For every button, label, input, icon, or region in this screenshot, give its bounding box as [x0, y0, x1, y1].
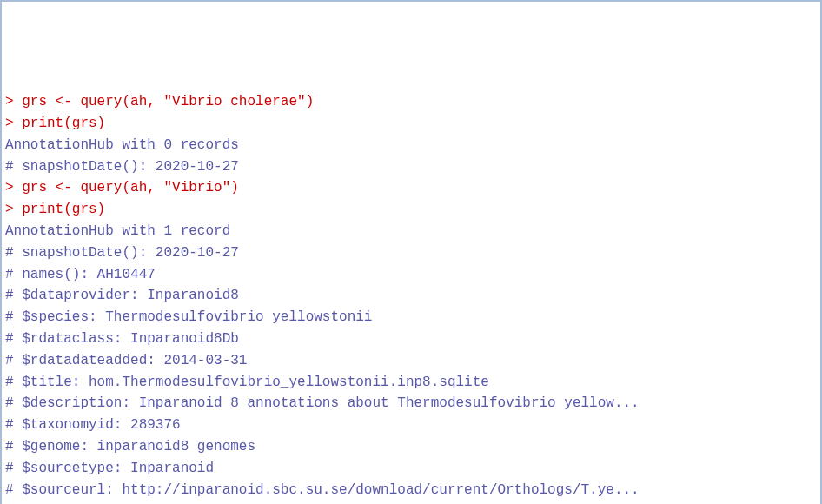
console-output-line: # $sourcesize: NA — [5, 501, 817, 504]
console-input-line: > grs <- query(ah, "Vibrio") — [5, 177, 817, 199]
console-output-line: # $sourcetype: Inparanoid — [5, 458, 817, 480]
console-output-line: # snapshotDate(): 2020-10-27 — [5, 156, 817, 178]
console-input-line: > grs <- query(ah, "Vibrio cholerae") — [5, 91, 817, 113]
console-output-line: # $rdatadateadded: 2014-03-31 — [5, 350, 817, 372]
console-output-line: # $rdataclass: Inparanoid8Db — [5, 328, 817, 350]
console-output-line: AnnotationHub with 1 record — [5, 221, 817, 242]
console-output-line: # $genome: inparanoid8 genomes — [5, 436, 817, 458]
console-output-line: # $title: hom.Thermodesulfovibrio_yellow… — [5, 372, 817, 394]
console-output-line: # $description: Inparanoid 8 annotations… — [5, 393, 817, 414]
console-output-line: # snapshotDate(): 2020-10-27 — [5, 242, 817, 264]
console-output-line: # names(): AH10447 — [5, 264, 817, 286]
console-output-line: # $taxonomyid: 289376 — [5, 414, 817, 436]
console-input-line: > print(grs) — [5, 113, 817, 135]
r-console[interactable]: > grs <- query(ah, "Vibrio cholerae")> p… — [5, 91, 817, 504]
console-output-line: AnnotationHub with 0 records — [5, 135, 817, 156]
console-output-line: # $dataprovider: Inparanoid8 — [5, 285, 817, 307]
console-input-line: > print(grs) — [5, 199, 817, 221]
console-output-line: # $species: Thermodesulfovibrio yellowst… — [5, 307, 817, 328]
console-output-line: # $sourceurl: http://inparanoid.sbc.su.s… — [5, 480, 817, 501]
